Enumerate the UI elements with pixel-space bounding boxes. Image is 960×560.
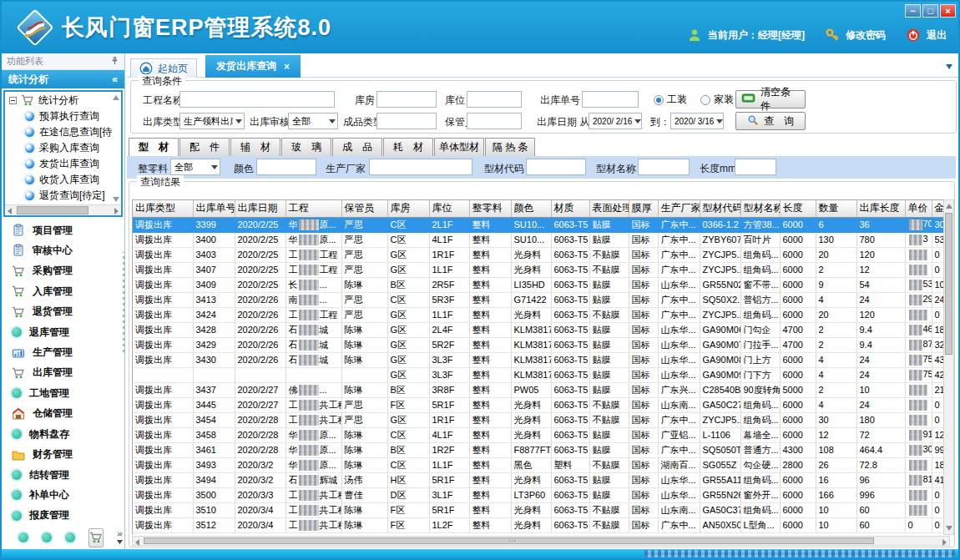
scroll-down-icon[interactable] bbox=[113, 197, 119, 202]
circle-icon[interactable] bbox=[42, 532, 52, 542]
search-button[interactable]: 查 询 bbox=[735, 112, 806, 130]
date-from-select[interactable]: 2020/ 2/16 bbox=[589, 113, 642, 129]
keeper-input[interactable] bbox=[467, 113, 522, 129]
scroll-left-icon[interactable] bbox=[135, 539, 139, 546]
vertical-scrollbar[interactable] bbox=[943, 199, 954, 535]
circle-icon[interactable] bbox=[18, 532, 28, 542]
profile-code-input[interactable] bbox=[526, 159, 586, 175]
panel-splitter[interactable] bbox=[123, 252, 125, 352]
sidebar-item-4[interactable]: 入库管理 bbox=[3, 283, 123, 300]
maximize-button[interactable]: □ bbox=[922, 4, 938, 18]
table-row[interactable]: 调拨出库34302020/2/26石城陈琳G区3L3F整料KLM38176063… bbox=[133, 352, 950, 367]
table-row[interactable]: 调拨出库33992020/2/25华原...严思C区2L1F整料SU10...6… bbox=[133, 217, 950, 232]
column-header[interactable]: 整零料 bbox=[469, 200, 511, 217]
tab-overflow-chevron-icon[interactable] bbox=[946, 64, 952, 69]
scrollbar-thumb[interactable] bbox=[17, 206, 88, 214]
warehouse-input[interactable] bbox=[376, 91, 437, 108]
scrollbar-thumb[interactable] bbox=[945, 213, 952, 355]
column-header[interactable]: 出库长度 bbox=[856, 200, 905, 217]
sidebar-item-7[interactable]: 生产管理 bbox=[3, 345, 123, 361]
color-input[interactable] bbox=[256, 159, 316, 175]
material-tab-4[interactable]: 玻 璃 bbox=[281, 138, 331, 156]
sidebar-item-10[interactable]: 仓储管理 bbox=[3, 406, 123, 422]
tree-item-2[interactable]: 在途信息查询[待 bbox=[5, 124, 121, 140]
scroll-up-icon[interactable] bbox=[113, 95, 119, 100]
column-header[interactable]: 表面处理 bbox=[589, 200, 629, 217]
sidebar-item-11[interactable]: 物料盘存 bbox=[3, 426, 123, 442]
scrollbar-thumb[interactable] bbox=[144, 537, 874, 544]
tree-root[interactable]: 统计分析 bbox=[5, 92, 121, 108]
column-header[interactable]: 库位 bbox=[429, 200, 469, 217]
material-tab-6[interactable]: 耗 材 bbox=[383, 138, 433, 156]
column-header[interactable]: 数量 bbox=[816, 200, 856, 217]
out-no-input[interactable] bbox=[582, 91, 639, 108]
column-header[interactable]: 出库类型 bbox=[133, 200, 193, 217]
sidebar-item-5[interactable]: 退货管理 bbox=[3, 304, 123, 320]
table-row[interactable]: 调拨出库34002020/2/25华原...严思C区4L1F整料SU10...6… bbox=[133, 232, 950, 247]
footer-overflow-chevron[interactable]: » bbox=[117, 530, 123, 545]
material-tab-8[interactable]: 隔 热 条 bbox=[485, 138, 535, 156]
table-row[interactable]: 调拨出库34612020/2/28华原...陈琳B区1R2F整料F8877FT6… bbox=[133, 442, 950, 457]
close-button[interactable]: × bbox=[940, 4, 956, 18]
sidebar-item-13[interactable]: 结转管理 bbox=[3, 467, 123, 483]
tree-item-6[interactable]: 退货查询[待定] bbox=[5, 188, 121, 204]
table-row[interactable]: 调拨出库34582020/2/28华原...陈琳C区4L1F整料光身料6063-… bbox=[133, 427, 950, 442]
length-input[interactable] bbox=[735, 159, 776, 175]
tree-item-4[interactable]: 发货出库查询 bbox=[5, 156, 121, 172]
material-tab-3[interactable]: 辅 材 bbox=[230, 138, 280, 156]
sidebar-item-3[interactable]: 采购管理 bbox=[3, 263, 123, 280]
table-row[interactable]: 调拨出库34032020/2/25工工程严思G区1R1F整料光身料6063-T5… bbox=[133, 247, 950, 262]
sidebar-item-1[interactable]: 项目管理 bbox=[3, 222, 123, 239]
table-row[interactable]: 调拨出库34542020/2/28工共工程严思G区1R1F整料光身料6063-T… bbox=[133, 412, 950, 427]
collapse-icon[interactable]: « bbox=[112, 73, 118, 85]
sidebar-item-2[interactable]: 审核中心 bbox=[3, 242, 123, 259]
tree-item-3[interactable]: 采购入库查询 bbox=[5, 140, 121, 156]
scroll-up-icon[interactable] bbox=[946, 204, 952, 209]
table-row[interactable]: 调拨出库35122020/3/4工共工程陈琳F区1L2F整料光身料6063-T5… bbox=[133, 517, 950, 532]
table-row[interactable]: G区3L3F整料KLM38176063-T5贴膜国标山东华...GA90M09.… bbox=[133, 367, 950, 382]
column-header[interactable]: 膜厚 bbox=[629, 200, 658, 217]
logout-link[interactable]: 退出 bbox=[927, 28, 947, 43]
footer-cart-button[interactable] bbox=[88, 528, 104, 547]
table-row[interactable]: 调拨出库35102020/3/4工共工程陈琳F区5R1F整料光身料6063-T5… bbox=[133, 502, 950, 517]
sidebar-item-15[interactable]: 报废管理 bbox=[3, 507, 123, 524]
sidebar-item-12[interactable]: 财务管理 bbox=[3, 446, 123, 463]
sidebar-item-8[interactable]: 出库管理 bbox=[3, 365, 123, 381]
sidebar-item-6[interactable]: 退库管理 bbox=[3, 324, 123, 341]
table-row[interactable]: 调拨出库34942020/3/2石辉城汤伟H区5R1F整料光身料6063-T5贴… bbox=[133, 472, 950, 487]
sidebar-item-14[interactable]: 补单中心 bbox=[3, 487, 123, 503]
table-row[interactable]: 调拨出库34242020/2/26工工程严思G区1L1F整料光身料6063-T5… bbox=[133, 307, 950, 322]
tree-horizontal-scrollbar[interactable] bbox=[5, 204, 121, 215]
tree-item-5[interactable]: 收货入库查询 bbox=[5, 172, 121, 188]
scroll-down-icon[interactable] bbox=[946, 526, 952, 531]
material-tab-5[interactable]: 成 品 bbox=[332, 138, 382, 156]
tab-active[interactable]: 发货出库查询 × bbox=[205, 55, 301, 78]
radio-jiazhuang[interactable]: 家装 bbox=[700, 93, 734, 107]
circle-icon[interactable] bbox=[65, 532, 75, 542]
tree-item-1[interactable]: 预算执行查询 bbox=[5, 108, 121, 124]
change-password-link[interactable]: 修改密码 bbox=[846, 28, 886, 43]
date-to-select[interactable]: 2020/ 3/16 bbox=[670, 113, 724, 129]
column-header[interactable]: 型材代码 bbox=[700, 200, 740, 217]
maker-input[interactable] bbox=[369, 159, 472, 175]
out-audit-select[interactable]: 全部 bbox=[288, 113, 338, 129]
table-row[interactable]: 调拨出库34452020/2/27工共工程严思F区5R1F整料光身料6063-T… bbox=[133, 397, 950, 412]
column-header[interactable]: 颜色 bbox=[511, 200, 551, 217]
column-header[interactable]: 型材名称 bbox=[740, 200, 780, 217]
project-name-input[interactable] bbox=[179, 91, 335, 108]
expander-icon[interactable] bbox=[9, 97, 17, 104]
table-row[interactable]: 调拨出库35002020/3/3工共工程曹佳D区3L1F整料LT3P606063… bbox=[133, 487, 950, 502]
material-tab-7[interactable]: 单体型材 bbox=[434, 138, 484, 156]
minimize-button[interactable]: − bbox=[905, 4, 921, 18]
material-tab-1[interactable]: 型 材 bbox=[129, 138, 179, 156]
sidebar-item-9[interactable]: 工地管理 bbox=[3, 385, 123, 401]
table-row[interactable]: 调拨出库34932020/3/2华原...陈琳C区1L1F整料黑色塑料不贴膜国标… bbox=[133, 457, 950, 472]
profile-name-input[interactable] bbox=[638, 159, 690, 175]
horizontal-scrollbar[interactable] bbox=[132, 536, 950, 546]
column-header[interactable]: 生产厂家 bbox=[658, 200, 700, 217]
column-header[interactable]: 出库单号 bbox=[193, 200, 235, 217]
tab-close-icon[interactable]: × bbox=[284, 61, 290, 73]
column-header[interactable]: 材质 bbox=[551, 200, 589, 217]
column-header[interactable]: 出库日期 bbox=[235, 200, 285, 217]
scroll-right-icon[interactable] bbox=[114, 208, 119, 214]
